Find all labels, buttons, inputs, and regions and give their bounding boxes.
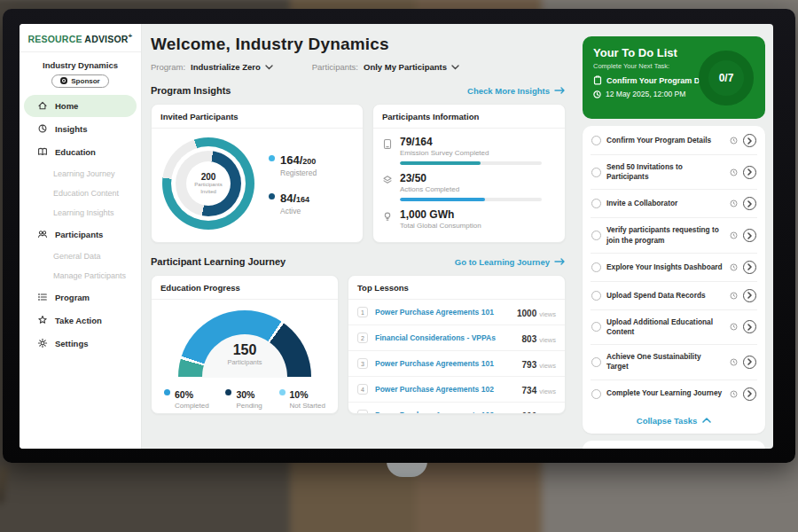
lesson-rank: 2 xyxy=(357,332,368,343)
lesson-views: 1000 xyxy=(517,309,536,318)
lesson-views: 793 xyxy=(522,360,537,370)
task-checkbox[interactable] xyxy=(591,389,601,399)
task-open-button[interactable] xyxy=(743,261,756,274)
task-row[interactable]: Achieve One Sustainability Target xyxy=(591,345,757,379)
task-row[interactable]: Verify participants requesting to join t… xyxy=(591,218,757,253)
sidebar-item-program[interactable]: Program xyxy=(24,286,137,309)
legend-completed: 60% Completed xyxy=(164,386,209,410)
task-open-button[interactable] xyxy=(743,166,756,179)
sidebar-item-general-data[interactable]: General Data xyxy=(20,246,141,266)
sidebar: RESOURCE ADVISOR+ Industry Dynamics Spon… xyxy=(20,24,142,449)
main-content: Welcome, Industry Dynamics Program: Indu… xyxy=(142,24,575,449)
sidebar-item-learning-journey[interactable]: Learning Journey xyxy=(20,164,141,184)
gauge-label: Participants xyxy=(178,358,311,366)
task-open-button[interactable] xyxy=(743,356,756,369)
todo-due-label: 12 May 2025, 12:00 PM xyxy=(606,90,685,98)
lesson-row[interactable]: 5 Power Purchase Agreements 103 600views xyxy=(348,403,565,414)
program-dropdown-value: Industrialize Zero xyxy=(191,62,261,72)
lesson-link[interactable]: Power Purchase Agreements 101 xyxy=(375,308,510,317)
clock-icon xyxy=(730,358,738,366)
sidebar-subitem-label: General Data xyxy=(53,252,101,261)
sidebar-item-take-action[interactable]: Take Action xyxy=(24,309,137,332)
task-checkbox[interactable] xyxy=(591,322,601,332)
sidebar-item-settings[interactable]: Settings xyxy=(24,332,137,355)
task-open-button[interactable] xyxy=(743,289,756,302)
donut-ring-registered: 200 Participants Invited xyxy=(162,137,254,230)
sidebar-item-participants[interactable]: Participants xyxy=(24,223,137,246)
task-row[interactable]: Confirm Your Program Details xyxy=(591,127,757,155)
task-row[interactable]: Send 50 Invitations to Participants xyxy=(591,155,757,190)
lesson-rank: 3 xyxy=(357,358,368,369)
check-more-insights-link[interactable]: Check More Insights xyxy=(467,86,566,96)
sidebar-item-education-content[interactable]: Education Content xyxy=(20,184,141,203)
lesson-row[interactable]: 3 Power Purchase Agreements 101 793views xyxy=(348,351,565,377)
users-icon xyxy=(37,229,48,239)
gear-icon xyxy=(37,338,48,348)
task-checkbox[interactable] xyxy=(591,231,601,240)
learning-cards: Education Progress 150 Participants xyxy=(151,275,566,414)
completed-dot xyxy=(164,389,170,395)
task-open-button[interactable] xyxy=(743,320,756,333)
task-label: Explore Your Insights Dashboard xyxy=(606,262,724,272)
card-title: Invited Participants xyxy=(152,105,363,129)
task-checkbox[interactable] xyxy=(591,291,601,301)
task-checkbox[interactable] xyxy=(591,199,601,208)
link-label: Check More Insights xyxy=(467,86,550,96)
task-open-button[interactable] xyxy=(743,387,756,401)
lesson-row[interactable]: 1 Power Purchase Agreements 101 1000view… xyxy=(348,300,565,325)
sidebar-item-education[interactable]: Education xyxy=(24,141,137,163)
lesson-link[interactable]: Power Purchase Agreements 103 xyxy=(375,411,515,414)
lesson-row[interactable]: 4 Power Purchase Agreements 102 734views xyxy=(348,377,565,403)
lesson-link[interactable]: Power Purchase Agreements 102 xyxy=(375,385,515,394)
task-row[interactable]: Upload Spend Data Records xyxy=(591,282,757,310)
sponsor-icon xyxy=(60,77,67,84)
participants-filter: Participants: Only My Participants xyxy=(312,62,459,72)
sidebar-subitem-label: Learning Journey xyxy=(53,169,115,178)
todo-progress-value: 0/7 xyxy=(719,72,734,84)
task-checkbox[interactable] xyxy=(591,262,601,272)
sidebar-item-insights[interactable]: Insights xyxy=(24,118,137,140)
task-label: Confirm Your Program Details xyxy=(606,136,724,145)
task-row[interactable]: Upload Additional Educational Content xyxy=(591,310,757,345)
active-label: Active xyxy=(280,207,309,215)
lesson-views: 600 xyxy=(522,411,537,414)
insights-cards: Invited Participants 200 Participants In… xyxy=(151,104,566,243)
participants-information-card: Participants Information 79/164 Emission… xyxy=(372,104,566,243)
sidebar-item-manage-participants[interactable]: Manage Participants xyxy=(20,266,141,286)
clock-icon xyxy=(730,231,738,239)
task-open-button[interactable] xyxy=(743,229,756,242)
not-started-dot xyxy=(279,389,286,395)
lesson-link[interactable]: Financial Considerations - VPPAs xyxy=(375,333,515,342)
task-checkbox[interactable] xyxy=(591,357,601,367)
link-label: Go to Learning Journey xyxy=(455,257,550,267)
sponsor-badge: Sponsor xyxy=(51,74,108,88)
task-row[interactable]: Explore Your Insights Dashboard xyxy=(591,254,757,282)
clock-icon xyxy=(730,168,738,176)
stat-value: 1,000 GWh xyxy=(400,208,481,221)
progress-fill xyxy=(400,161,481,165)
task-row[interactable]: Invite a Collaborator xyxy=(591,190,757,218)
clock-icon xyxy=(730,292,738,300)
sidebar-item-learning-insights[interactable]: Learning Insights xyxy=(20,203,141,223)
go-to-learning-journey-link[interactable]: Go to Learning Journey xyxy=(455,257,566,267)
collapse-tasks-link[interactable]: Collapse Tasks xyxy=(591,408,757,434)
sidebar-item-home[interactable]: Home xyxy=(24,95,137,117)
registered-total: 200 xyxy=(302,157,316,166)
legend-percent: 30% xyxy=(236,389,254,400)
program-dropdown[interactable]: Industrialize Zero xyxy=(191,62,273,72)
task-checkbox[interactable] xyxy=(591,136,601,145)
actions-progress-bar xyxy=(400,198,542,201)
task-checkbox[interactable] xyxy=(591,168,601,177)
task-row[interactable]: Complete Your Learning Journey xyxy=(591,380,757,408)
stat-label: Actions Completed xyxy=(400,185,542,193)
lesson-row[interactable]: 2 Financial Considerations - VPPAs 803vi… xyxy=(348,325,565,351)
arrow-right-icon xyxy=(554,258,566,265)
registered-label: Registered xyxy=(280,168,317,177)
task-open-button[interactable] xyxy=(743,197,756,210)
lesson-views: 734 xyxy=(522,386,537,395)
survey-icon xyxy=(382,138,393,150)
lesson-link[interactable]: Power Purchase Agreements 101 xyxy=(375,359,515,368)
participants-dropdown[interactable]: Only My Participants xyxy=(364,62,459,72)
sidebar-item-label: Insights xyxy=(55,124,87,134)
task-open-button[interactable] xyxy=(743,134,756,147)
